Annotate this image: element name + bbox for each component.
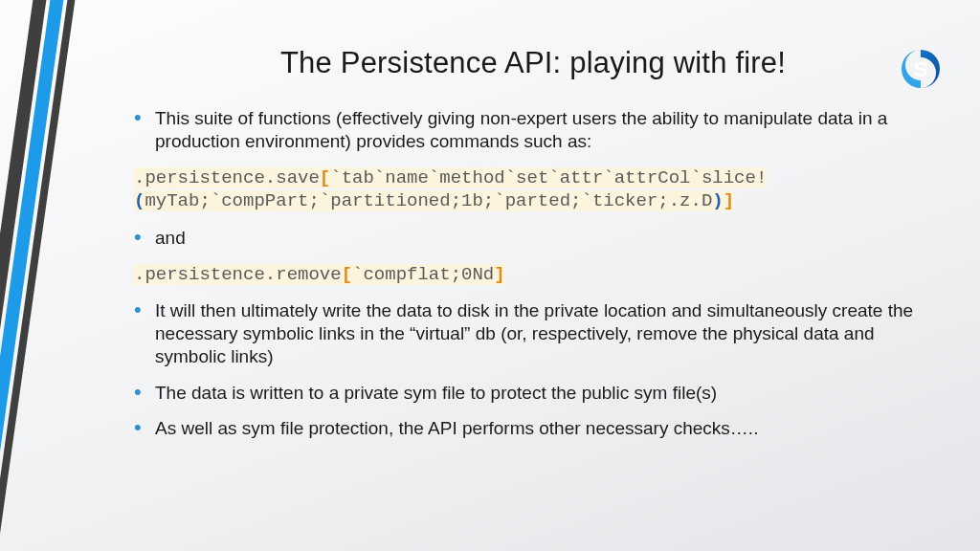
slide-content: The Persistence API: playing with fire! … <box>134 46 932 453</box>
code-block-save: .persistence.save[`tab`name`method`set`a… <box>134 166 932 213</box>
bullet-list: and <box>134 227 932 250</box>
bullet-item: The data is written to a private sym fil… <box>134 382 932 405</box>
slide: S The Persistence API: playing with fire… <box>0 0 980 551</box>
slide-title: The Persistence API: playing with fire! <box>134 46 932 80</box>
bullet-item: As well as sym file protection, the API … <box>134 417 932 440</box>
bullet-item: This suite of functions (effectively giv… <box>134 107 932 153</box>
code-block-remove: .persistence.remove[`compflat;0Nd] <box>134 263 932 287</box>
bullet-item: It will then ultimately write the data t… <box>134 299 932 367</box>
bullet-item: and <box>134 227 932 250</box>
bullet-list: It will then ultimately write the data t… <box>134 299 932 440</box>
bullet-list: This suite of functions (effectively giv… <box>134 107 932 153</box>
